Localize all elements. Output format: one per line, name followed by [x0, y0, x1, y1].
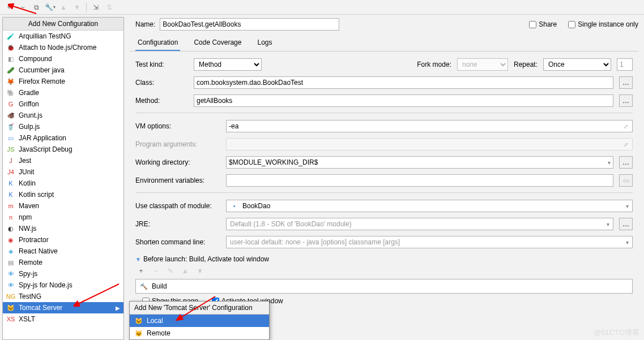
vm-options-value[interactable]: -ea: [229, 122, 622, 130]
jre-select[interactable]: Default (1.8 - SDK of 'BookDao' module)▾: [226, 218, 613, 230]
config-type-jest[interactable]: JJest: [3, 155, 123, 166]
type-label: React Native: [19, 247, 58, 255]
wrench-icon[interactable]: 🔧▾: [44, 2, 56, 13]
config-type-kotlin[interactable]: KKotlin: [3, 178, 123, 189]
workdir-browse-button[interactable]: …: [619, 156, 633, 169]
config-type-junit[interactable]: J4JUnit: [3, 166, 123, 178]
config-type-tomcat-server[interactable]: 🐱Tomcat Server▶: [3, 302, 123, 313]
task-down-icon[interactable]: ▼: [194, 265, 206, 277]
config-type-gradle[interactable]: 🐘Gradle: [3, 87, 123, 98]
class-input[interactable]: [194, 76, 613, 89]
config-type-list[interactable]: 🧪Arquillian TestNG🐞Attach to Node.js/Chr…: [3, 31, 123, 339]
class-label: Class:: [135, 79, 188, 87]
name-input[interactable]: [160, 18, 339, 31]
config-type-testng[interactable]: NGTestNG: [3, 291, 123, 302]
type-label: Spy-js: [19, 270, 37, 278]
config-type-jar-application[interactable]: ▭JAR Application: [3, 132, 123, 144]
type-icon: G: [6, 100, 15, 109]
tab-configuration[interactable]: Configuration: [135, 35, 180, 51]
chevron-down-icon[interactable]: ▾: [608, 160, 611, 166]
shorten-select[interactable]: user-local default: none - java [options…: [226, 236, 633, 248]
config-type-kotlin-script[interactable]: KKotlin script: [3, 189, 123, 200]
type-icon: 🥒: [6, 66, 15, 75]
type-label: Maven: [19, 202, 39, 210]
env-input[interactable]: [226, 174, 613, 187]
build-task-item[interactable]: 🔨 Build: [136, 279, 632, 293]
type-label: JUnit: [19, 168, 34, 176]
type-icon: ◉: [6, 235, 15, 244]
method-input[interactable]: [194, 94, 613, 107]
config-type-remote[interactable]: ▤Remote: [3, 257, 123, 268]
add-task-icon[interactable]: +: [135, 265, 147, 277]
config-type-react-native[interactable]: ◈React Native: [3, 246, 123, 257]
export-icon[interactable]: ⇲: [90, 2, 101, 13]
down-icon[interactable]: ▼: [71, 2, 83, 13]
classpath-module-select[interactable]: ▪ BookDao▾: [226, 200, 633, 212]
config-type-npm[interactable]: nnpm: [3, 212, 123, 223]
type-label: Remote: [19, 259, 42, 266]
config-type-spy-js-for-node-js[interactable]: 👁Spy-js for Node.js: [3, 279, 123, 291]
type-icon: 🐘: [6, 88, 15, 97]
up-icon[interactable]: ▲: [58, 2, 69, 13]
share-checkbox[interactable]: Share: [529, 20, 557, 28]
fork-mode-select[interactable]: none: [457, 58, 508, 71]
workdir-label: Working directory:: [135, 158, 220, 166]
config-type-spy-js[interactable]: 👁Spy-js: [3, 268, 123, 279]
type-icon: 🥤: [6, 122, 15, 131]
config-type-arquillian-testng[interactable]: 🧪Arquillian TestNG: [3, 31, 123, 42]
type-label: Cucumber java: [19, 66, 65, 74]
remove-task-icon[interactable]: −: [150, 265, 161, 277]
collapse-icon[interactable]: ▼: [135, 256, 141, 262]
repeat-count-input[interactable]: [617, 58, 633, 71]
type-label: Griffon: [19, 100, 39, 108]
config-type-attach-to-node-js-chrome[interactable]: 🐞Attach to Node.js/Chrome: [3, 42, 123, 53]
env-browse-button[interactable]: ▭: [619, 174, 633, 187]
config-type-gulp-js[interactable]: 🥤Gulp.js: [3, 121, 123, 132]
type-icon: XS: [6, 315, 15, 324]
repeat-select[interactable]: Once: [543, 58, 611, 71]
type-label: Gradle: [19, 89, 39, 97]
tab-code-coverage[interactable]: Code Coverage: [191, 35, 244, 51]
expand-icon[interactable]: ⤢: [622, 123, 630, 130]
config-type-compound[interactable]: ◧Compound: [3, 53, 123, 64]
config-type-javascript-debug[interactable]: JSJavaScript Debug: [3, 144, 123, 155]
sort-icon[interactable]: ⇅: [104, 2, 115, 13]
type-label: Spy-js for Node.js: [19, 281, 72, 289]
config-type-xslt[interactable]: XSXSLT: [3, 313, 123, 325]
config-type-firefox-remote[interactable]: 🦊Firefox Remote: [3, 76, 123, 87]
class-browse-button[interactable]: …: [619, 76, 633, 89]
module-icon: ▪: [230, 201, 239, 210]
toolbar: + − ⧉ 🔧▾ ▲ ▼ ⇲ ⇅: [0, 0, 644, 15]
type-label: JavaScript Debug: [19, 145, 72, 153]
name-label: Name:: [135, 20, 155, 28]
type-icon: ◐: [6, 224, 15, 233]
config-type-protractor[interactable]: ◉Protractor: [3, 234, 123, 246]
remove-icon[interactable]: −: [17, 2, 28, 13]
config-type-nw-js[interactable]: ◐NW.js: [3, 223, 123, 234]
tab-logs[interactable]: Logs: [255, 35, 274, 51]
type-icon: 🐞: [6, 43, 15, 52]
hammer-icon: 🔨: [139, 282, 148, 291]
workdir-value[interactable]: $MODULE_WORKING_DIR$: [229, 158, 608, 166]
config-type-cucumber-java[interactable]: 🥒Cucumber java: [3, 64, 123, 76]
add-icon[interactable]: +: [3, 2, 15, 13]
fork-mode-label: Fork mode:: [417, 61, 451, 68]
submenu-local[interactable]: 🐱Local: [130, 315, 269, 327]
before-launch-header: Before launch: Build, Activate tool wind…: [143, 255, 269, 263]
task-up-icon[interactable]: ▲: [180, 265, 191, 277]
before-launch-list[interactable]: 🔨 Build: [135, 279, 633, 294]
config-type-griffon[interactable]: GGriffon: [3, 98, 123, 110]
single-instance-checkbox[interactable]: Single instance only: [568, 20, 638, 28]
config-type-maven[interactable]: mMaven: [3, 200, 123, 212]
copy-icon[interactable]: ⧉: [31, 2, 42, 13]
type-icon: ▭: [6, 134, 15, 143]
method-browse-button[interactable]: …: [619, 94, 633, 107]
jre-browse-button[interactable]: …: [619, 218, 633, 230]
type-icon: J4: [6, 167, 15, 177]
test-kind-select[interactable]: Method: [194, 58, 262, 71]
edit-task-icon[interactable]: ✎: [165, 265, 176, 277]
config-type-grunt-js[interactable]: 🐗Grunt.js: [3, 110, 123, 121]
type-label: npm: [19, 213, 32, 221]
type-label: JAR Application: [19, 134, 66, 142]
submenu-remote[interactable]: 🐱Remote: [130, 327, 269, 339]
